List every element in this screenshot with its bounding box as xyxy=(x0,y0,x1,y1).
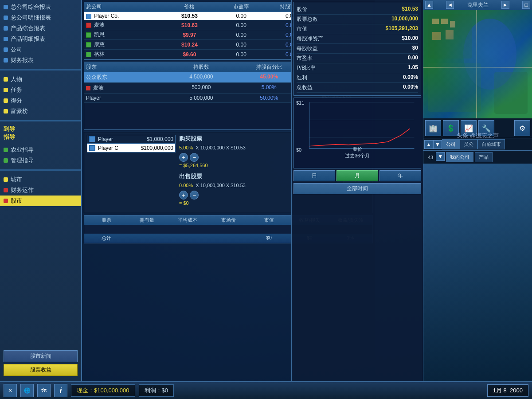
accounts-panel: Player $1,000,000 Player C $100,000,000 xyxy=(87,135,176,210)
date-display: 1月 8 2000 xyxy=(487,384,528,397)
sidebar-item-stock-market[interactable]: 股市 xyxy=(0,196,81,206)
th-pe: 市盈率 xyxy=(215,3,267,11)
buy-controls: + − xyxy=(179,153,246,162)
td-company-name: 格林 xyxy=(86,51,164,58)
dot-icon xyxy=(4,88,8,92)
map-city-name: 克里夫兰 xyxy=(467,1,489,9)
sh-td-name: 麦波 xyxy=(86,84,167,92)
bottom-icon-close[interactable]: ✕ xyxy=(4,384,17,397)
sidebar-item-richlist[interactable]: 富豪榜 xyxy=(0,106,81,117)
sidebar-divider-3 xyxy=(0,169,81,171)
sidebar-item-detail-report[interactable]: 总公司明细报表 xyxy=(0,12,81,23)
stock-income-button[interactable]: 股票收益 xyxy=(4,364,78,376)
sidebar-divider-1 xyxy=(0,69,81,70)
total-return-row: 总收益 0.00% xyxy=(297,83,418,93)
my-company-arrow-down[interactable]: ▼ xyxy=(436,152,445,161)
sell-label: 出售股票 xyxy=(179,172,246,180)
sidebar-item-general-report[interactable]: 总公司综合报表 xyxy=(0,2,81,12)
bottom-icon-map[interactable]: 🗺 xyxy=(37,384,51,397)
sidebar-item-product-detail[interactable]: 产品明细报表 xyxy=(0,34,81,44)
account-row-player[interactable]: Player $1,000,000 xyxy=(87,135,176,144)
sidebar-bottom-buttons: 股市新闻 股票收益 xyxy=(0,347,81,381)
chart-y-max: $11 xyxy=(296,100,304,106)
bottom-icon-info[interactable]: i xyxy=(54,384,67,397)
sell-plus-btn[interactable]: + xyxy=(179,191,188,200)
stock-info-section: 股价 $10.53 股票总数 10,000,000 市值 $105,291,20… xyxy=(293,2,421,96)
bottom-bar: ✕ 🌐 🗺 i 现金：$100,000,000 利润：$0 1月 8 2000 xyxy=(0,381,532,399)
td-company-name: 康慈 xyxy=(86,41,164,48)
sidebar-guide-section: 农业指导 管理指导 xyxy=(0,143,81,168)
port-td-avg xyxy=(167,235,208,242)
dot-icon xyxy=(4,199,8,203)
map-nav-up[interactable]: ▲ xyxy=(425,1,433,9)
port-th-market-price: 市场价 xyxy=(208,217,249,223)
buy-minus-btn[interactable]: − xyxy=(190,153,199,162)
pb-row: P/B比率 1.05 xyxy=(297,63,418,73)
td-company-name: Player Co. xyxy=(86,13,164,19)
sidebar-item-agri-guide[interactable]: 农业指导 xyxy=(0,145,81,155)
sidebar-item-personnel[interactable]: 人物 xyxy=(0,74,81,85)
bottom-icon-globe[interactable]: 🌐 xyxy=(20,384,34,397)
map-nav-left[interactable]: ◄ xyxy=(446,1,454,9)
td-pe: 0.00 xyxy=(215,32,267,38)
dot-icon xyxy=(4,37,8,41)
dot-icon xyxy=(4,177,8,182)
cash-display: 现金：$100,000,000 xyxy=(71,384,135,397)
dot-icon xyxy=(4,5,8,9)
stock-news-button[interactable]: 股市新闻 xyxy=(4,350,78,362)
port-th-stock: 股票 xyxy=(86,217,127,223)
th-company: 总公司 xyxy=(86,3,164,11)
map-nav-expand[interactable]: □ xyxy=(522,1,530,9)
td-price: $10.53 xyxy=(164,13,215,19)
dot-icon xyxy=(4,188,8,192)
cc-tab-product[interactable]: 产品 xyxy=(475,152,493,162)
sidebar-item-tasks[interactable]: 任务 xyxy=(0,85,81,95)
chart-btn-month[interactable]: 月 xyxy=(336,170,378,181)
chart-time-buttons: 日 月 年 xyxy=(293,170,421,181)
sidebar-reports-section: 总公司综合报表 总公司明细报表 产品综合报表 产品明细报表 公司 财务报表 xyxy=(0,0,81,67)
sidebar-item-score[interactable]: 得分 xyxy=(0,95,81,106)
account-row-player-c[interactable]: Player C $100,000,000 xyxy=(87,144,176,153)
sidebar-item-mgmt-guide[interactable]: 管理指导 xyxy=(0,155,81,166)
port-th-avg-cost: 平均成本 xyxy=(167,217,208,223)
pe-row: 市盈率 0.00 xyxy=(297,54,418,63)
sell-minus-btn[interactable]: − xyxy=(190,191,199,200)
sidebar-item-financial[interactable]: 财务报表 xyxy=(0,55,81,66)
dot-icon xyxy=(4,158,8,163)
chart-btn-day[interactable]: 日 xyxy=(293,170,335,181)
sh-td-shares: 500,000 xyxy=(167,84,235,92)
sidebar-item-company[interactable]: 公司 xyxy=(0,44,81,55)
map-nav-right[interactable]: ► xyxy=(501,1,509,9)
td-company-name: 凯恩 xyxy=(86,31,164,39)
dot-icon xyxy=(4,77,8,82)
buy-plus-btn[interactable]: + xyxy=(179,153,188,162)
chart-x-label: 股价过去36个月 xyxy=(345,146,370,159)
dot-icon xyxy=(4,58,8,63)
chart-btn-fulltime[interactable]: 全部时间 xyxy=(293,183,421,194)
sidebar-item-finance-ops[interactable]: 财务运作 xyxy=(0,185,81,196)
td-price: $9.97 xyxy=(164,32,215,38)
sh-td-shares: 5,000,000 xyxy=(167,95,235,101)
profit-display: 利润：$0 xyxy=(139,384,174,397)
chart-btn-year[interactable]: 年 xyxy=(379,170,421,181)
sidebar-item-city[interactable]: 城市 xyxy=(0,174,81,185)
port-td-label: 总计 xyxy=(86,235,127,242)
td-price: $10.24 xyxy=(164,42,215,48)
dot-icon xyxy=(4,148,8,152)
sidebar-personal-section: 人物 任务 得分 富豪榜 xyxy=(0,72,81,118)
dividend-row: 红利 0.00% xyxy=(297,73,418,83)
net-assets-row: 每股净资产 $10.00 xyxy=(297,34,418,44)
mini-map[interactable] xyxy=(423,10,532,118)
cc-tab-my-company[interactable]: 我的公司 xyxy=(446,152,473,162)
map-overlay xyxy=(423,10,532,118)
dot-icon xyxy=(4,109,8,113)
sh-th-name: 股东 xyxy=(86,63,167,71)
td-pe: 0.00 xyxy=(215,22,267,28)
port-td-owned xyxy=(127,235,168,242)
chart-y-min: $0 xyxy=(296,147,301,153)
sidebar-item-product-report[interactable]: 产品综合报表 xyxy=(0,23,81,34)
sidebar-divider-2 xyxy=(0,120,81,121)
sh-th-shares: 持股数 xyxy=(167,63,235,71)
port-td-market xyxy=(208,235,249,242)
sh-td-shares: 4,500,000 xyxy=(167,74,235,81)
